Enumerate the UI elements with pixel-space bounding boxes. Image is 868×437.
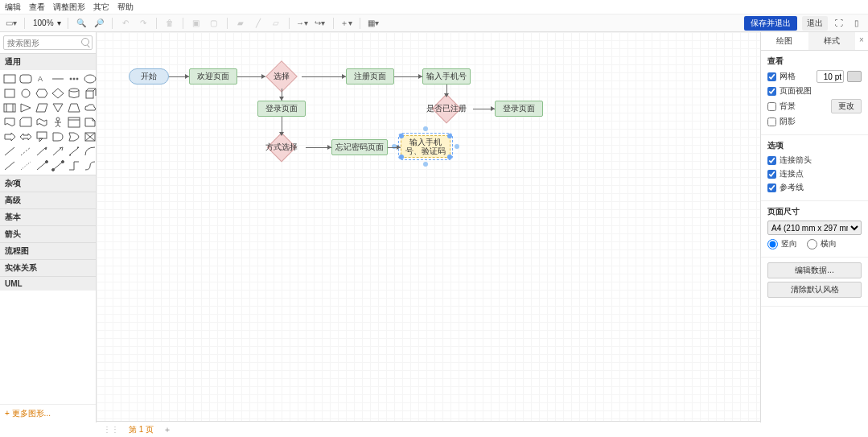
zoom-out-icon[interactable]: 🔎	[93, 17, 105, 30]
node-login2[interactable]: 登录页面	[495, 101, 543, 117]
shape-trap[interactable]	[68, 102, 80, 113]
shape-process2[interactable]	[3, 102, 16, 113]
shape-line4[interactable]	[68, 160, 80, 171]
save-exit-button[interactable]: 保存并退出	[744, 16, 797, 31]
shape-line1[interactable]	[3, 146, 16, 157]
drag-handle-icon[interactable]: ⋮⋮	[103, 425, 119, 434]
shape-rect[interactable]	[3, 73, 16, 85]
shape-line-arrow3[interactable]	[35, 160, 48, 171]
shape-and[interactable]	[51, 131, 64, 142]
shape-hex[interactable]	[35, 88, 48, 99]
redo-icon[interactable]: ↷	[137, 17, 150, 30]
pageview-checkbox[interactable]	[767, 87, 776, 96]
more-shapes-button[interactable]: + 更多图形...	[0, 404, 96, 423]
shadow-checkbox[interactable]	[767, 117, 776, 126]
menu-adjust[interactable]: 调整图形	[53, 2, 85, 13]
palette-common[interactable]: 通用	[0, 53, 96, 70]
page-icon[interactable]: ▭▾	[5, 17, 18, 30]
palette-uml[interactable]: UML	[0, 276, 96, 291]
menu-help[interactable]: 帮助	[117, 2, 134, 13]
menu-edit[interactable]: 编辑	[5, 2, 21, 13]
portrait-radio[interactable]	[767, 239, 778, 249]
shape-tape[interactable]	[35, 117, 48, 128]
shape-note[interactable]	[84, 117, 97, 128]
shape-cube[interactable]	[84, 88, 97, 99]
grid-color-swatch[interactable]	[847, 71, 862, 82]
zoom-control[interactable]: 100%▾	[31, 19, 61, 27]
search-input[interactable]	[3, 35, 93, 50]
shape-callout[interactable]	[35, 131, 48, 142]
grid-size-input[interactable]	[817, 70, 844, 83]
shape-card[interactable]	[19, 117, 32, 128]
shape-arrow-right[interactable]	[3, 131, 16, 142]
node-registered[interactable]: 是否已注册	[420, 97, 473, 121]
palette-basic[interactable]: 基本	[0, 208, 96, 225]
back-icon[interactable]: ▢	[208, 17, 220, 30]
menu-view[interactable]: 查看	[29, 2, 45, 13]
shape-ellipse[interactable]	[84, 73, 97, 85]
shape-square[interactable]	[3, 88, 16, 99]
node-login[interactable]: 登录页面	[257, 101, 306, 117]
shape-line-arrow4[interactable]	[51, 160, 64, 171]
page-size-select[interactable]: A4 (210 mm x 297 mm)	[767, 221, 862, 235]
line-icon[interactable]: ╱	[252, 17, 265, 30]
menu-other[interactable]: 其它	[93, 2, 109, 13]
shadow-icon[interactable]: ▱	[269, 17, 282, 30]
node-start[interactable]: 开始	[129, 68, 169, 85]
waypoint-icon[interactable]: ↪▾	[314, 17, 327, 30]
add-icon[interactable]: ＋▾	[340, 17, 353, 30]
canvas[interactable]: 开始 欢迎页面 选择 注册页面 登录页面 输入手机号 是否已注册 登录页面 方式…	[97, 32, 760, 423]
background-checkbox[interactable]	[767, 102, 776, 111]
shape-line3[interactable]	[19, 160, 32, 171]
table-icon[interactable]: ▦▾	[367, 17, 380, 30]
zoom-in-icon[interactable]: 🔍	[75, 17, 88, 30]
shape-line-arrow[interactable]	[35, 146, 48, 157]
close-icon[interactable]: ×	[855, 32, 868, 50]
collapse-icon[interactable]: ▯	[850, 17, 863, 30]
fullscreen-icon[interactable]: ⛶	[833, 17, 845, 30]
node-method[interactable]: 方式选择	[257, 135, 306, 159]
shape-cloud[interactable]	[84, 102, 97, 113]
palette-advanced[interactable]: 高级	[0, 192, 96, 208]
shape-junction[interactable]	[84, 131, 97, 142]
conn-point-checkbox[interactable]	[767, 170, 776, 179]
edit-data-button[interactable]: 编辑数据...	[767, 262, 862, 278]
background-change-button[interactable]: 更改	[831, 99, 862, 113]
guide-checkbox[interactable]	[767, 183, 776, 192]
shape-text[interactable]: A	[35, 73, 48, 85]
node-enter-code[interactable]: 输入手机号、验证码	[401, 135, 450, 158]
reset-style-button[interactable]: 清除默认风格	[767, 282, 862, 298]
shape-actor[interactable]	[51, 117, 64, 128]
shape-arrow-bi[interactable]	[19, 131, 32, 142]
shape-line-arrow2[interactable]	[51, 146, 64, 157]
page-tab-1[interactable]: 第 1 页	[129, 424, 154, 435]
palette-arrows[interactable]: 箭头	[0, 225, 96, 242]
shape-line-dash[interactable]	[19, 146, 32, 157]
shape-arc[interactable]	[84, 146, 97, 157]
shape-cylinder[interactable]	[68, 88, 80, 99]
shape-dots[interactable]	[68, 73, 80, 85]
node-forgot[interactable]: 忘记密码页面	[331, 139, 388, 155]
node-register[interactable]: 注册页面	[346, 68, 394, 85]
fill-icon[interactable]: ▰	[234, 17, 247, 30]
shape-triangle-down[interactable]	[51, 102, 64, 113]
conn-arrow-checkbox[interactable]	[767, 156, 776, 165]
shape-document[interactable]	[3, 117, 16, 128]
shape-line-h[interactable]	[51, 73, 64, 85]
undo-icon[interactable]: ↶	[119, 17, 132, 30]
node-enter-phone[interactable]: 输入手机号	[422, 68, 471, 85]
grid-checkbox[interactable]	[767, 72, 776, 81]
palette-flowchart[interactable]: 流程图	[0, 242, 96, 259]
shape-or[interactable]	[68, 131, 80, 142]
shape-line2[interactable]	[3, 160, 16, 171]
shape-roundrect[interactable]	[19, 73, 32, 85]
exit-button[interactable]: 退出	[802, 16, 828, 31]
palette-misc[interactable]: 杂项	[0, 175, 96, 192]
shape-line-bi[interactable]	[68, 146, 80, 157]
shape-diamond[interactable]	[51, 88, 64, 99]
front-icon[interactable]: ▣	[190, 17, 203, 30]
add-page-button[interactable]: ＋	[163, 424, 171, 435]
tab-diagram[interactable]: 绘图	[761, 32, 808, 50]
shape-parallelogram[interactable]	[35, 102, 48, 113]
shape-circle[interactable]	[19, 88, 32, 99]
